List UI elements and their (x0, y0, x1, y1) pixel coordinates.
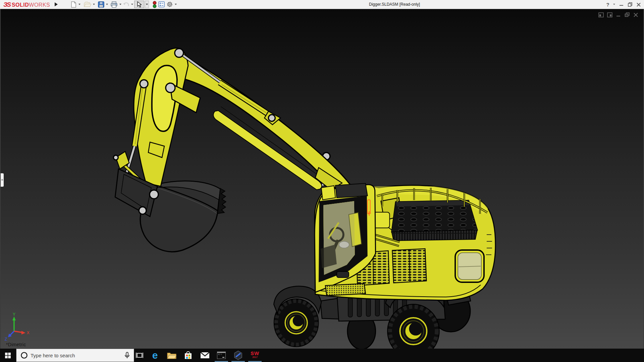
search-input[interactable] (31, 353, 124, 358)
rebuild-traffic-light-button[interactable] (151, 1, 158, 8)
printer-icon (111, 1, 117, 8)
pane-left-button[interactable] (598, 12, 604, 18)
microphone-icon[interactable] (124, 352, 130, 359)
doc-restore-button[interactable] (624, 12, 630, 18)
pane-left-icon (598, 12, 604, 17)
new-document-button[interactable] (70, 1, 77, 8)
traffic-light-icon (153, 1, 157, 8)
taskbar-app-edge[interactable]: e (147, 349, 163, 362)
gear-icon (166, 1, 173, 8)
triad-y-label: Y (13, 312, 15, 317)
save-button[interactable] (97, 1, 105, 8)
taskbar-app-command-prompt[interactable]: C:\ (213, 349, 229, 362)
select-dropdown-button[interactable] (145, 1, 149, 8)
store-icon (184, 351, 193, 360)
open-button[interactable] (84, 1, 91, 8)
new-document-icon (71, 1, 76, 8)
start-button[interactable] (0, 349, 15, 362)
solidworks-titlebar: ЗS SOLID WORKS (0, 0, 644, 9)
menu-flyout-arrow-icon[interactable] (55, 2, 58, 6)
taskbar-search[interactable] (16, 349, 134, 362)
cortana-icon (20, 352, 28, 359)
select-dropdown-arrow (146, 4, 148, 5)
step-grille (325, 284, 366, 296)
triad-x-label: X (27, 330, 30, 335)
taskbar-app-cad-tool[interactable] (230, 349, 246, 362)
doc-restore-icon (625, 12, 630, 17)
undo-button[interactable] (122, 1, 130, 8)
restore-button[interactable] (627, 0, 633, 9)
select-cursor-icon (137, 1, 142, 8)
windows-logo-icon (5, 353, 11, 358)
help-dropdown-arrow[interactable] (613, 4, 615, 5)
ds-logo-glyph: ЗS (3, 1, 10, 8)
help-button[interactable]: ? (605, 0, 610, 9)
document-window-controls (598, 12, 639, 18)
solidworks-2017-icon: SW 2017 (251, 351, 259, 359)
feature-manager-collapse-tab[interactable] (1, 173, 4, 187)
doc-minimize-icon (616, 12, 621, 17)
settings-dropdown-arrow[interactable] (175, 4, 177, 5)
pane-right-button[interactable] (607, 12, 612, 18)
minimize-button[interactable] (619, 0, 625, 9)
taskbar-app-store[interactable] (180, 349, 196, 362)
graphics-viewport[interactable]: Y X Z (0, 9, 644, 349)
undo-dropdown-arrow[interactable] (131, 4, 133, 5)
task-pane-options-button[interactable] (158, 1, 165, 8)
file-explorer-icon (167, 352, 176, 359)
windows-taskbar: e C:\ (0, 349, 644, 362)
door-handle (337, 272, 349, 278)
close-icon (637, 3, 641, 7)
save-dropdown-arrow[interactable] (106, 4, 108, 5)
pane-right-icon (607, 12, 612, 17)
bucket-cylinder[interactable] (181, 54, 280, 125)
engine-vent-strip (392, 230, 477, 241)
print-button[interactable] (110, 1, 118, 8)
settings-gear-button[interactable] (166, 1, 173, 8)
cad-hexagon-icon (234, 351, 243, 360)
boom-arm[interactable] (116, 48, 352, 190)
tab-grip-dot (1, 179, 3, 181)
taskbar-app-file-explorer[interactable] (164, 349, 180, 362)
solidworks-logo: ЗS SOLID WORKS (3, 1, 50, 8)
save-floppy-icon (98, 1, 104, 8)
minimize-icon (620, 3, 624, 7)
roof-box (335, 183, 368, 198)
doc-close-icon (634, 13, 638, 17)
open-folder-icon (84, 1, 91, 7)
doc-minimize-button[interactable] (615, 12, 621, 18)
doc-close-button[interactable] (633, 12, 639, 18)
orientation-triad: Y X Z (5, 312, 30, 342)
mail-icon (200, 352, 210, 359)
taskbar-app-mail[interactable] (197, 349, 213, 362)
close-button[interactable] (636, 0, 642, 9)
open-dropdown-arrow[interactable] (93, 4, 95, 5)
digger-model[interactable]: Y X Z (1, 9, 643, 349)
print-dropdown-arrow[interactable] (119, 4, 121, 5)
rear-window[interactable] (455, 250, 484, 282)
edge-icon: e (152, 350, 158, 361)
taskbar-app-solidworks[interactable]: SW 2017 (247, 349, 263, 362)
view-orientation-label: *Dimetric (6, 342, 26, 347)
select-tool-button[interactable] (134, 1, 144, 8)
restore-icon (628, 2, 632, 7)
task-view-button[interactable] (134, 349, 145, 362)
triad-z-label: Z (5, 337, 7, 342)
command-prompt-icon: C:\ (217, 352, 226, 359)
undo-arrow-icon (123, 2, 129, 7)
front-left-wheel[interactable] (274, 299, 318, 347)
task-view-icon (136, 352, 143, 359)
options-list-icon (158, 1, 165, 7)
window-title: Digger.SLDASM [Read-only] (369, 2, 420, 7)
new-dropdown-arrow[interactable] (78, 4, 80, 5)
